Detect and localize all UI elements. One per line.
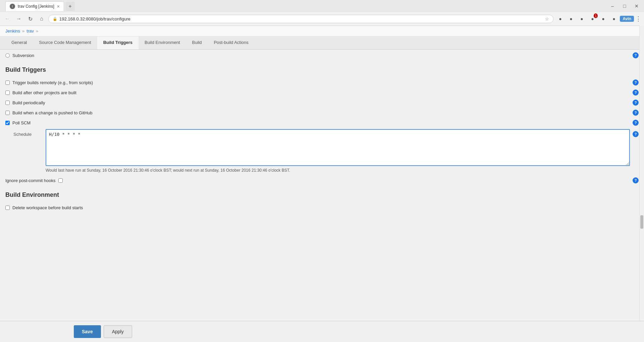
schedule-row: Schedule H/10 * * * * ? Would last have … <box>13 129 639 173</box>
title-bar: t trav Config [Jenkins] × + – □ ✕ <box>0 0 644 12</box>
breadcrumb: Jenkins » trav » <box>0 26 644 37</box>
trigger-remote-checkbox[interactable] <box>5 80 10 85</box>
ignore-post-commit-row: Ignore post-commit hooks ? <box>5 175 639 186</box>
main-content: General Source Code Management Build Tri… <box>0 37 644 341</box>
subversion-radio[interactable] <box>5 53 10 58</box>
spacer <box>5 213 639 240</box>
subversion-label: Subversion <box>12 53 34 58</box>
trigger-remote-row: Trigger builds remotely (e.g., from scri… <box>5 77 639 88</box>
trigger-remote-left: Trigger builds remotely (e.g., from scri… <box>5 80 93 85</box>
tab-area: t trav Config [Jenkins] × + <box>3 1 77 11</box>
poll-scm-help[interactable]: ? <box>633 120 639 126</box>
build-after-label[interactable]: Build after other projects are built <box>12 90 76 95</box>
build-periodically-checkbox[interactable] <box>5 101 10 105</box>
window-controls: – □ ✕ <box>608 1 641 11</box>
scrollbar-thumb[interactable] <box>640 215 643 229</box>
tab-build-environment[interactable]: Build Environment <box>139 37 186 49</box>
tab-build-triggers[interactable]: Build Triggers <box>97 37 139 49</box>
save-button[interactable]: Save <box>74 325 101 338</box>
build-github-help[interactable]: ? <box>633 110 639 116</box>
build-github-row: Build when a change is pushed to GitHub … <box>5 108 639 118</box>
subversion-left: Subversion <box>5 53 34 58</box>
maximize-button[interactable]: □ <box>620 1 629 11</box>
tab-build[interactable]: Build <box>186 37 208 49</box>
trigger-remote-label[interactable]: Trigger builds remotely (e.g., from scri… <box>12 80 93 85</box>
user-badge[interactable]: Avin <box>620 16 634 22</box>
browser-menu-icon[interactable]: ⋮ <box>635 15 641 22</box>
breadcrumb-sep-1: » <box>22 28 24 34</box>
ext-icon-4[interactable]: ● <box>609 14 619 23</box>
tab-close-button[interactable]: × <box>57 4 60 9</box>
breadcrumb-sep-2: » <box>36 28 38 34</box>
lock-icon: 🔒 <box>53 17 57 21</box>
bookmark-icon[interactable]: ☆ <box>545 16 549 21</box>
schedule-right: H/10 * * * * ? Would last have run at Su… <box>46 129 639 173</box>
action-bar: Save Apply <box>0 321 644 341</box>
delete-workspace-row: Delete workspace before build starts <box>5 203 639 213</box>
toolbar-icons: ● ● ● 1 ● ● ● Avin ⋮ <box>555 14 641 23</box>
content-area: Subversion ? Build Triggers Trigger buil… <box>0 50 644 246</box>
back-button[interactable]: ← <box>3 14 12 23</box>
browser-chrome: t trav Config [Jenkins] × + – □ ✕ ← → ↻ … <box>0 0 644 26</box>
home-button[interactable]: ⌂ <box>37 14 46 23</box>
tab-post-build[interactable]: Post-build Actions <box>208 37 254 49</box>
build-environment-title: Build Environment <box>5 191 639 198</box>
build-after-left: Build after other projects are built <box>5 90 76 95</box>
poll-scm-row: Poll SCM ? <box>5 118 639 128</box>
close-button[interactable]: ✕ <box>632 1 641 11</box>
schedule-help[interactable]: ? <box>633 131 639 137</box>
schedule-label: Schedule <box>13 129 40 137</box>
schedule-info: Would last have run at Sunday, 16 Octobe… <box>46 167 639 173</box>
poll-scm-label[interactable]: Poll SCM <box>12 120 31 125</box>
breadcrumb-trav[interactable]: trav <box>26 28 34 34</box>
config-tabs: General Source Code Management Build Tri… <box>0 37 644 50</box>
build-after-row: Build after other projects are built ? <box>5 88 639 98</box>
breadcrumb-jenkins[interactable]: Jenkins <box>5 28 20 34</box>
build-after-checkbox[interactable] <box>5 91 10 95</box>
build-periodically-row: Build periodically ? <box>5 98 639 108</box>
url-bar[interactable]: 🔒 192.168.0.32:8080/job/trav/configure ☆ <box>48 15 553 23</box>
build-github-label[interactable]: Build when a change is pushed to GitHub <box>12 110 93 115</box>
ignore-hooks-checkbox[interactable] <box>58 178 63 183</box>
tab-favicon: t <box>10 4 15 9</box>
build-triggers-title: Build Triggers <box>5 66 639 73</box>
page-scrollbar[interactable] <box>639 25 644 341</box>
apply-button[interactable]: Apply <box>104 325 132 338</box>
build-after-help[interactable]: ? <box>633 90 639 96</box>
amazon-icon[interactable]: ● <box>555 14 565 23</box>
refresh-button[interactable]: ↻ <box>25 14 35 23</box>
build-github-checkbox[interactable] <box>5 111 10 115</box>
build-periodically-left: Build periodically <box>5 100 45 105</box>
ext-icon-3[interactable]: ● <box>598 14 608 23</box>
delete-workspace-label[interactable]: Delete workspace before build starts <box>12 205 83 210</box>
poll-scm-checkbox[interactable] <box>5 121 10 125</box>
url-text: 192.168.0.32:8080/job/trav/configure <box>59 16 543 21</box>
new-tab-button[interactable]: + <box>65 2 75 11</box>
cookie-icon[interactable]: ● <box>566 14 576 23</box>
address-bar: ← → ↻ ⌂ 🔒 192.168.0.32:8080/job/trav/con… <box>0 12 644 25</box>
poll-scm-left: Poll SCM <box>5 120 31 125</box>
ignore-post-commit-help[interactable]: ? <box>633 177 639 183</box>
schedule-section: Schedule H/10 * * * * ? Would last have … <box>5 128 639 175</box>
tab-general[interactable]: General <box>5 37 33 49</box>
tab-label: trav Config [Jenkins] <box>18 4 54 9</box>
trigger-remote-help[interactable]: ? <box>633 79 639 86</box>
build-periodically-help[interactable]: ? <box>633 100 639 106</box>
build-periodically-label[interactable]: Build periodically <box>12 100 45 105</box>
ext-icon-2[interactable]: 1 ● <box>588 14 597 23</box>
forward-button[interactable]: → <box>14 14 23 23</box>
ignore-post-commit-label: Ignore post-commit hooks <box>5 178 56 183</box>
browser-tab[interactable]: t trav Config [Jenkins] × <box>5 1 64 11</box>
build-environment-section: Build Environment Delete workspace befor… <box>5 191 639 213</box>
ext-icon-1[interactable]: ● <box>577 14 586 23</box>
build-github-left: Build when a change is pushed to GitHub <box>5 110 93 115</box>
subversion-help-icon[interactable]: ? <box>633 52 639 58</box>
ignore-post-commit-left: Ignore post-commit hooks <box>5 178 63 183</box>
tab-source-code[interactable]: Source Code Management <box>33 37 97 49</box>
delete-workspace-checkbox[interactable] <box>5 206 10 210</box>
subversion-row: Subversion ? <box>5 50 639 61</box>
schedule-input[interactable]: H/10 * * * * <box>46 129 630 166</box>
minimize-button[interactable]: – <box>608 1 617 11</box>
